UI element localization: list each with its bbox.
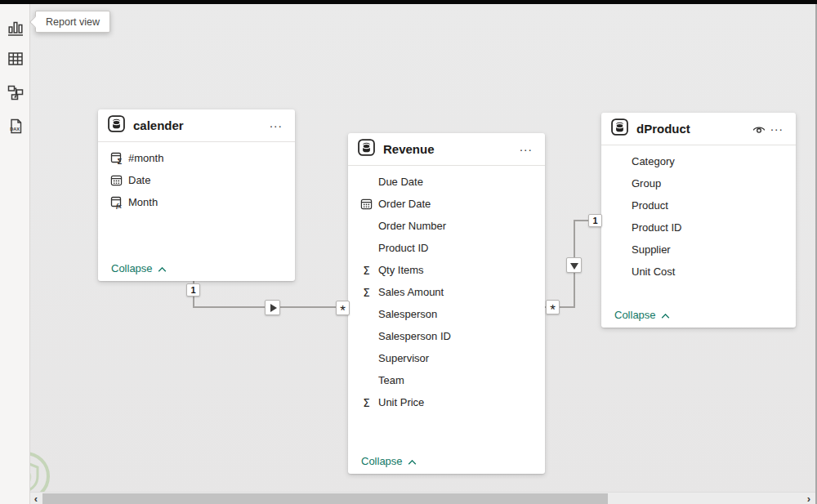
field-row[interactable]: Order Date [348,193,545,215]
table-icon [611,118,628,139]
table-card-calender[interactable]: calender ... Σ #month Date [98,109,295,281]
sigma-icon: Σ [359,396,373,409]
sidebar-item-report-view[interactable] [5,17,25,38]
field-label: Product [632,199,668,212]
table-title: dProduct [636,122,690,136]
more-options-button[interactable]: ... [517,140,535,158]
tooltip-text: Report view [46,16,100,28]
filter-direction-down-icon [566,257,582,273]
table-icon [108,115,125,136]
sidebar-item-dax-query-view[interactable]: DAX [5,116,25,136]
data-table-icon [7,50,25,68]
more-options-button[interactable]: ... [267,117,285,135]
field-label: Team [378,374,404,386]
report-view-tooltip: Report view [35,11,110,33]
svg-text:Σ: Σ [117,158,122,165]
field-label: Supervisor [378,352,429,364]
field-row[interactable]: Unit Cost [601,261,796,283]
calendar-icon [359,198,373,211]
field-row[interactable]: Product [601,194,796,216]
sidebar-item-model-view[interactable] [5,82,25,102]
cardinality-one-label: 1 [588,214,602,227]
field-label: #month [128,152,163,164]
field-row[interactable]: Supervisor [348,347,545,369]
field-row[interactable]: Salesperson ID [348,325,545,347]
field-label: Qty Items [378,264,424,276]
field-row[interactable]: Supplier [601,239,796,261]
field-row[interactable]: Σ #month [98,147,295,169]
sidebar-item-table-view[interactable] [5,48,25,69]
field-row[interactable]: Category [601,150,796,172]
field-row[interactable]: Date [98,169,295,191]
table-card-header[interactable]: calender ... [98,109,295,142]
collapse-button[interactable]: Collapse [111,262,167,274]
sigma-icon: Σ [359,286,373,299]
table-title: calender [133,118,184,132]
table-icon [358,139,375,159]
field-label: Salesperson [378,308,437,320]
ellipsis-icon: ... [520,143,533,151]
field-row[interactable]: Salesperson [348,303,545,325]
field-list: Category Group Product Product ID Suppli… [601,145,796,283]
window-top-edge [0,0,817,4]
field-label: Product ID [378,242,428,254]
svg-text:fx: fx [116,202,123,209]
field-row[interactable]: Due Date [348,171,545,193]
dax-file-icon: DAX [7,118,25,136]
field-row[interactable]: Team [348,369,545,391]
field-list: Σ #month Date fx Month [98,142,295,213]
field-label: Salesperson ID [378,330,451,342]
visibility-toggle-button[interactable] [750,120,768,138]
model-diagram-icon [7,83,25,101]
field-label: Date [128,174,150,186]
scroll-right-button[interactable]: › [804,493,814,504]
field-label: Unit Cost [632,265,675,278]
field-row[interactable]: Product ID [348,237,545,259]
table-title: Revenue [383,142,435,156]
field-row[interactable]: Σ Qty Items [348,259,545,281]
table-card-dproduct[interactable]: dProduct ... Category Group Product Prod… [601,113,796,328]
bar-chart-icon [7,19,25,37]
view-switcher-sidebar: DAX [0,4,30,504]
filter-direction-right-icon [265,300,280,315]
cardinality-many-label: * [336,301,350,315]
field-row[interactable]: Σ Sales Amount [348,281,545,303]
collapse-button[interactable]: Collapse [614,309,670,321]
field-label: Unit Price [378,396,424,408]
field-label: Supplier [632,243,671,256]
calendar-icon [109,174,123,187]
field-row[interactable]: Σ Unit Price [348,391,545,413]
field-label: Sales Amount [378,286,444,298]
tooltip-tail [29,16,41,28]
eye-hidden-icon [752,122,766,136]
field-row[interactable]: Product ID [601,216,796,239]
chevron-up-icon [661,314,670,319]
scroll-left-button[interactable]: ‹ [31,493,41,504]
table-card-header[interactable]: dProduct ... [601,113,796,145]
field-label: Category [632,155,675,167]
field-label: Due Date [378,176,423,188]
horizontal-scrollbar[interactable]: ‹ › [30,492,817,504]
cardinality-one-label: 1 [186,283,200,297]
svg-text:DAX: DAX [10,126,20,131]
ellipsis-icon: ... [770,123,784,131]
field-label: Month [128,196,158,208]
ellipsis-icon: ... [270,119,283,127]
field-list: Due Date Order Date Order Number Product… [348,166,545,413]
field-label: Order Number [378,220,446,232]
field-label: Order Date [378,198,431,210]
measure-table-icon: Σ [109,152,123,165]
more-options-button[interactable]: ... [768,120,786,138]
fx-icon: fx [109,196,123,209]
chevron-up-icon [408,460,417,465]
sigma-icon: Σ [359,264,373,277]
field-row[interactable]: fx Month [98,191,295,213]
chevron-up-icon [158,267,167,272]
field-label: Product ID [632,221,681,234]
collapse-button[interactable]: Collapse [361,455,417,467]
field-row[interactable]: Group [601,172,796,194]
table-card-header[interactable]: Revenue ... [348,133,545,166]
scrollbar-thumb[interactable] [42,493,608,504]
field-row[interactable]: Order Number [348,215,545,237]
table-card-revenue[interactable]: Revenue ... Due Date Order Date Order Nu… [348,133,545,474]
